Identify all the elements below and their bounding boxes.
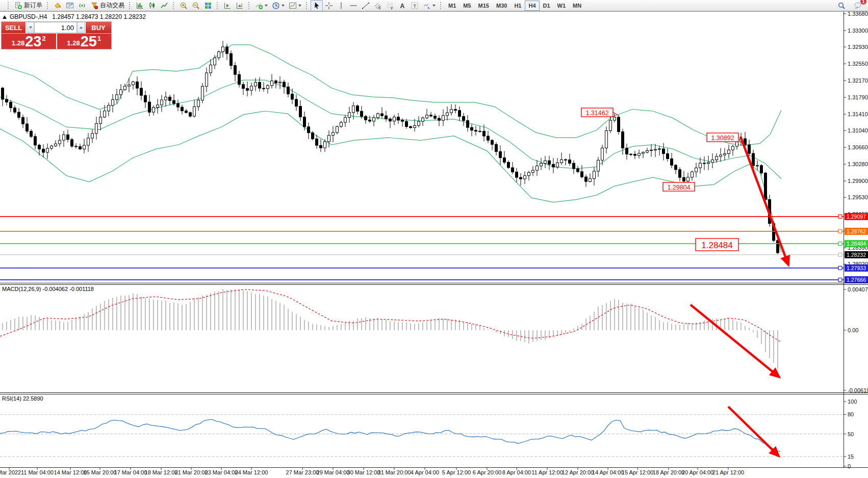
chat-button[interactable]: 1 (852, 0, 864, 11)
timeframe-m1-button[interactable]: M1 (445, 1, 459, 11)
svg-text:1.29530: 1.29530 (848, 194, 868, 200)
timeframe-m30-button[interactable]: M30 (493, 1, 510, 11)
sell-quote[interactable]: 1.28 23 2 (2, 34, 57, 49)
toolbar-drag-handle[interactable] (173, 2, 175, 9)
rsi-indicator-label: RSI(14) 22.5890 (2, 395, 43, 402)
arrange2-icon (236, 2, 244, 10)
toolbar-drag-handle[interactable] (306, 2, 308, 9)
svg-text:A: A (400, 2, 405, 9)
charts-window-button[interactable] (64, 0, 76, 11)
svg-text:T: T (413, 3, 416, 8)
toolbar-drag-handle[interactable] (47, 2, 49, 9)
svg-text:1.28484: 1.28484 (701, 241, 732, 250)
chart-shift-button[interactable] (234, 0, 246, 11)
auto-trading-label: 自动交易 (100, 1, 124, 10)
candles-icon (148, 2, 156, 10)
zoom-in-icon (180, 2, 188, 10)
timeframe-w1-button[interactable]: W1 (554, 1, 570, 11)
auto-trading-button[interactable]: 自动交易 (88, 0, 126, 11)
time-axis[interactable]: Mar 202211 Mar 04:0014 Mar 12:0015 Mar 2… (0, 468, 744, 475)
zoom-out-icon (192, 2, 200, 10)
timeframe-m5-button[interactable]: M5 (459, 1, 474, 11)
fibonacci-button[interactable]: F (384, 0, 396, 11)
buy-quote[interactable]: 1.28 25 1 (57, 34, 112, 49)
chart-canvas[interactable]: 1.336801.333001.329301.325501.321701.317… (0, 0, 868, 478)
timeframe-d1-button[interactable]: D1 (540, 1, 554, 11)
svg-text:1.30280: 1.30280 (848, 161, 868, 167)
trendline-button[interactable] (360, 0, 372, 11)
candle-chart-mode-button[interactable] (146, 0, 158, 11)
zoom-in-button[interactable] (177, 0, 190, 11)
line-chart-mode-button[interactable] (158, 0, 170, 11)
trend-icon (362, 2, 370, 10)
tile-windows-button[interactable] (202, 0, 214, 11)
svg-text:30 Mar 12:00: 30 Mar 12:00 (347, 469, 380, 475)
search-icon (837, 2, 846, 10)
svg-text:6 Apr 20:00: 6 Apr 20:00 (473, 469, 501, 475)
symbol-info: GBPUSD-,H4 1.28457 1.28473 1.28220 1.282… (3, 13, 146, 20)
signal-icon (78, 2, 86, 10)
toolbar-drag-handle[interactable] (8, 2, 10, 9)
label-t-icon: T (411, 2, 419, 10)
indicator-add-icon (255, 2, 263, 10)
zoom-out-button[interactable] (190, 0, 202, 11)
arrange1-icon (223, 2, 232, 10)
equidistant-channel-button[interactable]: E (372, 0, 384, 11)
svg-text:100: 100 (848, 399, 857, 405)
svg-text:1.27933: 1.27933 (847, 265, 866, 271)
main-toolbar: 新订单自动交易EFATM1M5M15M30H1H4D1W1MN1 (0, 0, 868, 11)
toolbar-drag-handle[interactable] (217, 2, 219, 9)
new-order-button[interactable]: 新订单 (12, 0, 44, 11)
svg-text:1.31790: 1.31790 (848, 94, 868, 100)
timeframe-h1-button[interactable]: H1 (510, 1, 525, 11)
toolbar-drag-handle[interactable] (248, 2, 250, 9)
svg-text:1.30660: 1.30660 (848, 144, 868, 150)
svg-text:12 Apr 20:00: 12 Apr 20:00 (562, 469, 594, 475)
toolbar-drag-handle[interactable] (129, 2, 131, 9)
crosshair-button[interactable] (323, 0, 335, 11)
dropdown-caret-icon (298, 5, 301, 7)
svg-text:1.29097: 1.29097 (847, 214, 866, 220)
cursor-button[interactable] (311, 0, 323, 11)
hline-icon (349, 2, 358, 10)
clock-icon (272, 2, 280, 10)
svg-text:-0.00619: -0.00619 (848, 387, 868, 393)
signals-button[interactable] (76, 0, 88, 11)
svg-text:1.32930: 1.32930 (848, 44, 868, 50)
mt4-terminal-window: 新订单自动交易EFATM1M5M15M30H1H4D1W1MN1 1.33680… (0, 0, 868, 478)
sell-button[interactable]: SELL (2, 22, 25, 33)
chart-cloud-icon (66, 2, 74, 10)
macd-indicator-label: MACD(12,26,9) -0.004062 -0.001118 (2, 286, 94, 292)
text-button[interactable]: A (396, 0, 409, 11)
auto-scroll-button[interactable] (221, 0, 234, 11)
periods-button[interactable] (270, 0, 287, 11)
horizontal-line-button[interactable] (347, 0, 360, 11)
volume-increase-button[interactable] (77, 22, 85, 33)
one-click-trading-panel: SELL BUY 1.28 23 2 1.28 25 1 (1, 21, 112, 49)
timeframe-mn-button[interactable]: MN (569, 1, 585, 11)
svg-text:0: 0 (848, 463, 851, 469)
tile-icon (204, 2, 212, 10)
buy-button[interactable]: BUY (86, 22, 111, 33)
indicators-button[interactable] (253, 0, 270, 11)
templates-button[interactable] (287, 0, 303, 11)
fibo-icon: F (386, 2, 394, 10)
bar-chart-mode-button[interactable] (134, 0, 146, 11)
svg-text:F: F (391, 6, 393, 10)
text-label-button[interactable]: T (409, 0, 421, 11)
volume-input[interactable] (34, 22, 77, 33)
timeframe-h4-button[interactable]: H4 (525, 1, 539, 11)
cursor-icon (313, 2, 321, 10)
timeframe-m15-button[interactable]: M15 (475, 1, 493, 11)
search-button[interactable] (835, 0, 848, 11)
styler-button[interactable] (52, 0, 64, 11)
vertical-line-button[interactable] (335, 0, 347, 11)
svg-text:21 Apr 12:00: 21 Apr 12:00 (712, 469, 744, 475)
sell-price-big: 23 (25, 35, 41, 48)
new-order-label: 新订单 (24, 1, 42, 10)
volume-decrease-button[interactable] (27, 22, 34, 33)
text-a-icon: A (398, 2, 406, 10)
doc-plus-icon (14, 2, 22, 10)
toolbar-drag-handle[interactable] (440, 2, 442, 9)
arrows-button[interactable] (421, 0, 438, 11)
